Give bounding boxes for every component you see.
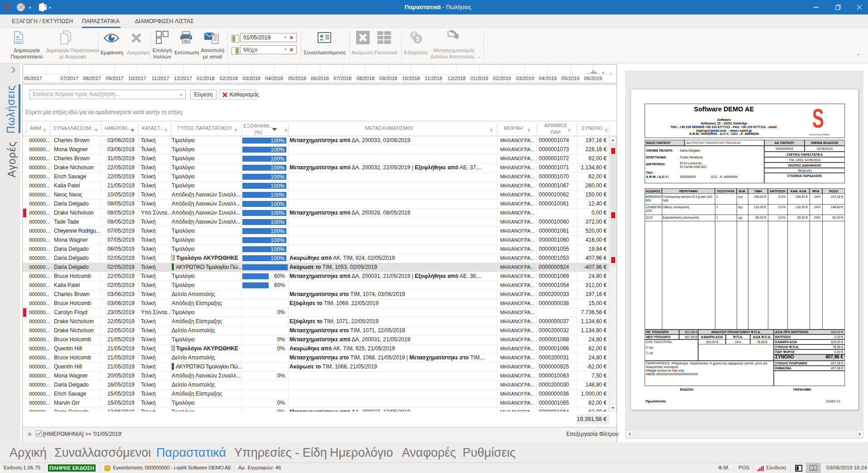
svg-text:$: $ (416, 35, 420, 43)
